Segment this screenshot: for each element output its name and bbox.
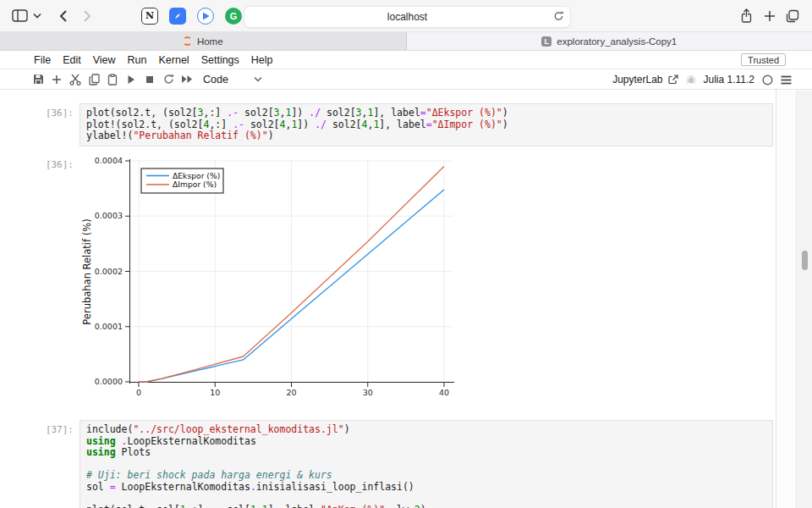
browser-tab-notebook[interactable]: L exploratory_analysis-Copy1 [407,32,812,50]
svg-text:ΔEkspor (%): ΔEkspor (%) [173,171,220,180]
menu-help[interactable]: Help [251,54,273,66]
code-editor-37[interactable]: include("../src/loop_eksternal_komoditas… [80,420,773,508]
address-bar-url: localhost [387,11,427,23]
trusted-badge[interactable]: Trusted [741,53,786,66]
svg-text:10: 10 [210,388,220,397]
grammarly-icon[interactable]: G [225,8,242,25]
cell-type-dropdown[interactable]: Code [203,74,262,86]
run-all-icon[interactable] [178,72,196,87]
notebook-favicon: L [541,36,551,47]
run-icon[interactable] [122,72,140,87]
menu-edit[interactable]: Edit [63,54,81,66]
chevron-down-icon[interactable] [33,13,41,19]
output-cell-36: [36]: 0.00000.00010.00020.00030.00040102… [0,157,773,403]
code-cell-37: [37]: include("../src/loop_eksternal_kom… [0,420,773,508]
play-circle-icon[interactable] [197,8,214,25]
scrollbar-thumb[interactable] [802,251,808,270]
input-prompt-36: [36]: [0,103,80,146]
svg-text:0.0002: 0.0002 [95,267,123,276]
notebook-area: [36]: plot(sol2.t, (sol2[3,:] .- sol2[3,… [0,90,776,508]
svg-text:0.0001: 0.0001 [95,322,123,331]
notion-icon[interactable]: N [141,8,158,25]
forward-button-icon[interactable] [83,9,92,23]
share-icon[interactable] [740,8,753,24]
external-link-icon[interactable] [668,75,678,85]
jupyter-favicon [183,36,192,46]
notebook-gutter [776,91,796,508]
restart-kernel-icon[interactable] [159,72,178,87]
svg-text:20: 20 [286,388,296,397]
output-prompt-36: [36]: [0,157,80,403]
menu-view[interactable]: View [93,54,116,66]
svg-text:0: 0 [136,388,141,397]
menu-run[interactable]: Run [128,54,147,66]
new-tab-icon[interactable] [764,10,776,22]
svg-text:ΔImpor (%): ΔImpor (%) [173,179,217,189]
svg-text:Perubahan Relatif (%): Perubahan Relatif (%) [81,218,93,324]
back-button-icon[interactable] [58,9,68,23]
tab-home-label: Home [197,36,223,47]
sidebar-toggle-icon[interactable] [12,9,28,22]
jupyter-menubar: File Edit View Run Kernel Settings Help … [0,51,812,69]
browser-tab-bar: Home L exploratory_analysis-Copy1 [0,32,812,51]
menu-kernel[interactable]: Kernel [159,54,189,66]
paste-icon[interactable] [103,72,122,87]
scrollbar-track[interactable] [796,91,812,508]
stop-icon[interactable] [140,72,159,87]
svg-text:0.0003: 0.0003 [95,211,123,220]
chevron-down-icon [254,76,262,82]
menu-settings[interactable]: Settings [201,54,239,66]
browser-window: N G M localhost Home L [0,0,812,508]
svg-text:40: 40 [439,388,449,397]
tab-overview-icon[interactable] [786,9,799,23]
save-icon[interactable] [29,72,47,87]
compass-icon[interactable] [169,8,186,25]
code-editor-36[interactable]: plot(sol2.t, (sol2[3,:] .- sol2[3,1]) ./… [80,103,773,146]
copy-icon[interactable] [85,72,103,87]
add-cell-icon[interactable] [47,72,66,87]
jupyterlab-link-label[interactable]: JupyterLab [612,74,662,86]
output-plot: 0.00000.00010.00020.00030.0004010203040P… [80,157,457,403]
input-prompt-37: [37]: [0,420,80,508]
svg-text:0.0000: 0.0000 [95,377,123,386]
browser-toolbar: N G M localhost [0,0,812,32]
browser-tab-home[interactable]: Home [0,32,407,50]
tab-notebook-label: exploratory_analysis-Copy1 [557,36,677,47]
hamburger-menu-icon[interactable] [781,75,792,85]
kernel-name-label[interactable]: Julia 1.11.2 [704,74,755,86]
kernel-status-icon[interactable] [762,75,773,86]
code-cell-36: [36]: plot(sol2.t, (sol2[3,:] .- sol2[3,… [0,103,773,146]
cut-icon[interactable] [66,72,85,87]
reload-icon[interactable] [553,10,564,22]
jupyter-toolbar: Code JupyterLab Julia 1.11.2 [0,69,812,90]
address-bar[interactable]: localhost [244,6,571,28]
svg-text:0.0004: 0.0004 [95,157,123,165]
svg-text:30: 30 [363,388,373,397]
cell-type-label: Code [203,74,228,86]
menu-file[interactable]: File [34,54,51,66]
debugger-bug-icon[interactable] [686,75,696,85]
